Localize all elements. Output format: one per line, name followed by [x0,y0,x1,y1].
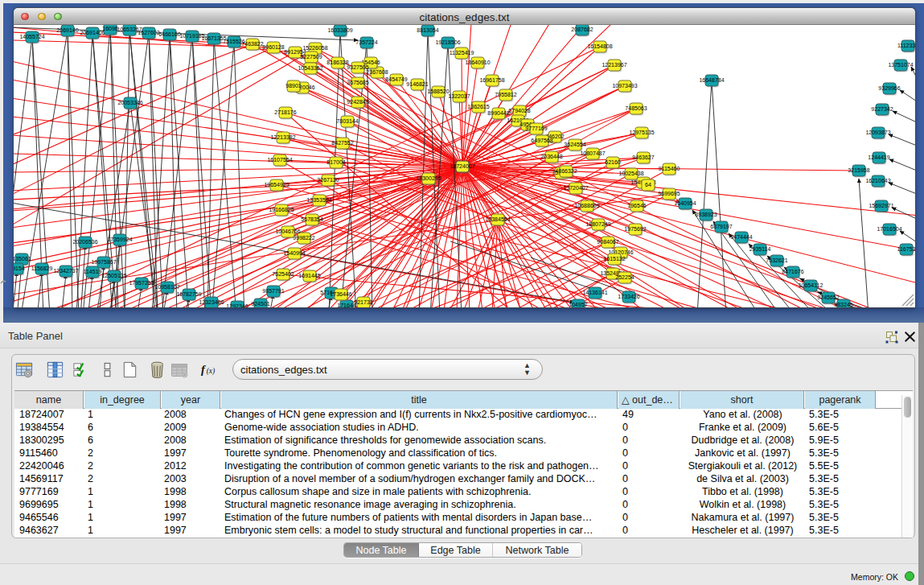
svg-text:7485063: 7485063 [625,105,647,111]
svg-text:19384554: 19384554 [485,216,510,222]
svg-text:10046766: 10046766 [275,229,300,234]
svg-text:1588520: 1588520 [427,89,449,94]
svg-text:7463822: 7463822 [241,41,263,47]
svg-text:10973493: 10973493 [612,83,637,89]
svg-text:20691406: 20691406 [80,30,105,35]
svg-text:921731: 921731 [354,299,372,305]
svg-text:2069140: 2069140 [56,27,78,33]
svg-text:9115460: 9115460 [659,166,680,171]
svg-text:17957255: 17957255 [129,280,154,286]
svg-text:7625402: 7625402 [272,271,294,277]
svg-text:2036448: 2036448 [540,154,562,159]
svg-text:9227342: 9227342 [871,106,893,112]
svg-text:8813054: 8813054 [417,27,438,33]
svg-text:16033809: 16033809 [327,27,352,33]
svg-text:104957: 104957 [569,302,587,307]
svg-text:10807487: 10807487 [580,150,605,156]
svg-text:14055724: 14055724 [19,34,44,39]
svg-text:1691445: 1691445 [298,273,320,278]
svg-text:17359924: 17359924 [107,237,132,242]
svg-text:12342737: 12342737 [53,268,78,274]
svg-text:1527602: 1527602 [138,30,159,35]
svg-text:924501: 924501 [251,301,269,307]
svg-text:12213382: 12213382 [270,134,295,140]
svg-text:252254: 252254 [615,274,634,280]
svg-text:14136141: 14136141 [582,290,607,295]
svg-text:7803144: 7803144 [336,118,358,124]
svg-text:6879197: 6879197 [710,224,732,229]
svg-text:1975692: 1975692 [624,226,646,232]
svg-text:15692971: 15692971 [869,203,893,208]
svg-text:7357224: 7357224 [355,39,377,45]
svg-text:1733426: 1733426 [618,294,639,299]
svg-text:16107554: 16107554 [267,157,292,163]
svg-text:9084067: 9084067 [597,239,618,245]
svg-text:9777169: 9777169 [525,126,547,131]
svg-text:1615132: 1615132 [603,256,625,262]
svg-text:9998222: 9998222 [293,235,314,241]
svg-text:9245652: 9245652 [817,295,839,300]
svg-text:5678354: 5678354 [301,216,322,222]
svg-text:116753: 116753 [897,246,915,252]
svg-text:20206536: 20206536 [72,239,97,245]
svg-text:1292346: 1292346 [226,303,248,307]
svg-text:1640954: 1640954 [674,200,696,206]
svg-text:8471676: 8471676 [782,269,803,274]
svg-text:16154808: 16154808 [587,43,612,49]
svg-text:16210643: 16210643 [865,178,890,183]
svg-text:6466160: 6466160 [158,31,180,37]
svg-text:39154: 39154 [14,266,25,271]
svg-text:1112337: 1112337 [897,43,915,48]
svg-text:9699695: 9699695 [658,191,680,196]
svg-text:1362615: 1362615 [467,104,489,109]
svg-text:8186328: 8186328 [326,60,348,65]
svg-text:(x): (x) [207,366,216,376]
svg-text:196546: 196546 [627,203,646,208]
svg-text:6794028: 6794028 [508,108,530,113]
svg-text:1244419: 1244419 [868,154,889,160]
svg-text:6497568: 6497568 [531,138,552,143]
svg-text:64: 64 [645,182,651,187]
svg-text:8960128: 8960128 [262,44,284,50]
svg-text:12213967: 12213967 [602,62,626,68]
svg-text:9329966: 9329966 [878,85,900,91]
svg-text:16096: 16096 [102,26,118,31]
svg-text:2367608: 2367608 [366,69,388,75]
svg-text:8454749: 8454749 [385,76,407,82]
svg-text:2935114: 2935114 [749,246,771,252]
svg-text:9242848: 9242848 [347,99,368,105]
svg-text:114519: 114519 [84,269,102,274]
svg-text:10654112: 10654112 [799,282,823,288]
svg-text:3624554: 3624554 [564,142,585,147]
svg-text:2087682: 2087682 [571,27,593,32]
svg-text:12093873: 12093873 [865,130,890,135]
svg-text:817004: 817004 [326,159,345,165]
svg-text:3215958: 3215958 [848,167,869,173]
svg-text:62160: 62160 [605,159,621,165]
svg-text:13353594: 13353594 [306,197,331,203]
svg-text:1736446: 1736446 [330,291,351,297]
svg-text:7632621: 7632621 [766,257,787,263]
svg-text:8990448: 8990448 [487,110,509,116]
svg-text:8427552: 8427552 [331,140,353,146]
svg-text:12323466: 12323466 [199,299,224,305]
svg-text:13751074: 13751074 [888,62,913,68]
svg-text:12975135: 12975135 [629,130,654,135]
svg-text:16648784: 16648784 [699,77,724,83]
svg-text:17016504: 17016504 [877,226,901,232]
svg-text:10025438: 10025438 [618,171,643,176]
svg-text:20053346: 20053346 [117,100,142,105]
svg-text:8938923: 8938923 [695,212,717,217]
svg-text:171644: 171644 [337,303,355,307]
svg-text:10543362: 10543362 [298,65,322,71]
svg-text:1156829: 1156829 [31,266,53,271]
svg-text:19975867: 19975867 [91,259,116,265]
svg-text:3675685: 3675685 [347,80,368,85]
svg-text:2718176: 2718176 [274,109,296,115]
svg-text:15720407: 15720407 [563,185,588,191]
svg-text:10958107: 10958107 [154,284,179,290]
svg-text:18807249: 18807249 [585,221,610,227]
svg-text:98901: 98901 [285,83,302,89]
svg-text:18300295: 18300295 [416,175,441,181]
svg-text:9327505: 9327505 [347,64,368,70]
